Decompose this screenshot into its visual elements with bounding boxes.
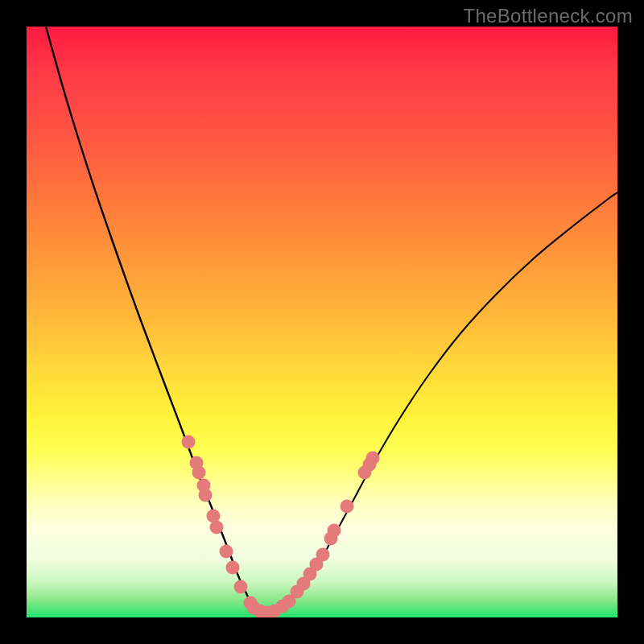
data-marker [192, 466, 206, 480]
chart-frame: TheBottleneck.com [0, 0, 644, 644]
data-markers [182, 436, 380, 618]
data-marker [210, 521, 224, 535]
left-curve [46, 27, 266, 613]
data-marker [226, 561, 240, 575]
data-marker [182, 436, 196, 449]
data-marker [328, 524, 341, 538]
data-marker [316, 548, 330, 562]
data-marker [234, 580, 248, 594]
watermark-text: TheBottleneck.com [463, 5, 633, 27]
data-marker [366, 452, 380, 465]
data-marker [220, 545, 233, 559]
bottleneck-chart-svg [27, 27, 617, 617]
data-marker [199, 489, 213, 502]
plot-area [27, 27, 617, 617]
data-marker [341, 500, 354, 514]
